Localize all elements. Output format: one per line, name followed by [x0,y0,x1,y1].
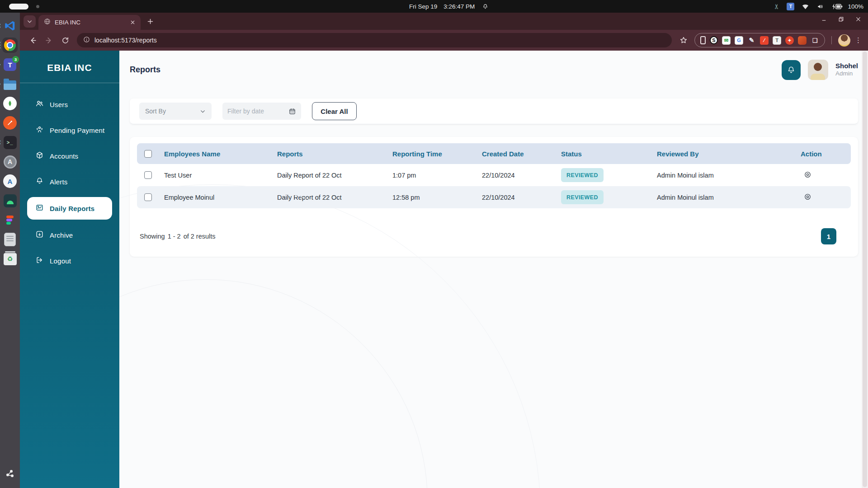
browser-menu-icon[interactable]: ⋮ [855,36,862,44]
speech-bubble-extension-icon[interactable]: S [710,36,718,44]
dock-item-files[interactable] [2,76,18,92]
browser-tab-active[interactable]: EBIA INC [38,15,141,30]
dock-item-trash[interactable]: ♻ [2,251,18,267]
desktop-screen: Fri Sep 19 3:26:47 PM ✂ T 100% [0,0,868,488]
file-manager-icon [4,80,16,90]
employee-name: Employee Moinul [159,194,272,201]
battery-charging-icon [831,3,843,10]
system-tray[interactable]: ✂ T 100% [774,0,863,13]
sidebar-item-daily-reports[interactable]: Daily Reports [27,197,112,220]
clear-all-button[interactable]: Clear All [312,102,357,120]
col-employees-name: Employees Name [159,150,272,158]
dock-item-android[interactable] [2,193,18,208]
sort-by-select[interactable]: Sort By [139,103,212,120]
system-clock[interactable]: Fri Sep 19 3:26:47 PM [409,0,489,13]
sidebar-item-accounts[interactable]: Accounts [20,145,119,166]
sidebar-item-archive[interactable]: Archive [20,225,119,245]
mongodb-icon [3,97,17,110]
mail-extension-icon[interactable]: ✉ [722,36,731,45]
row-checkbox[interactable] [144,193,152,201]
dock-item-mongodb[interactable] [2,96,18,111]
url-bar[interactable]: localhost:5173/reports [77,33,672,47]
date-filter[interactable] [222,103,301,120]
forward-button[interactable] [42,34,55,47]
chevron-down-icon [200,108,206,114]
dock-item-teams[interactable]: T 3 [2,57,18,72]
reviewed-by: Admin Moinul islam [651,172,795,179]
clock-date: Fri Sep 19 [409,3,437,10]
date-filter-input[interactable] [227,108,288,115]
teams-notification-badge: 3 [12,56,19,63]
page-viewport: EBIA INC Users Pe [20,51,868,488]
dock-item-figma[interactable] [2,212,18,228]
pagination-page-1[interactable]: 1 [821,228,836,244]
eye-icon [803,170,812,179]
fox-extension-icon[interactable] [798,36,807,45]
text-doc-extension-icon[interactable]: T [773,36,781,45]
sidebar-item-label: Users [50,101,68,108]
mobile-view-extension-icon[interactable] [700,36,706,44]
select-all-checkbox[interactable] [144,150,152,158]
sidebar-item-pending-payment[interactable]: Pending Payment [20,120,119,141]
pen-extension-icon[interactable]: ✎ [747,36,756,45]
dock-item-notes[interactable] [2,232,18,247]
sidebar-item-logout[interactable]: Logout [20,250,119,271]
dock-item-vscode[interactable] [2,18,18,33]
dock-item-postman[interactable] [2,115,18,131]
app-dock: T 3 >_ A [0,13,20,488]
table-row: Test User Daily Report of 22 Oct 1:07 pm… [137,164,851,186]
col-action: Action [795,150,851,158]
sidebar-item-users[interactable]: Users [20,94,119,115]
adblock-extension-icon[interactable]: ✦ [785,36,794,45]
view-report-button[interactable] [803,192,812,201]
view-report-button[interactable] [803,170,812,179]
daily-reports-icon [35,203,44,213]
reporting-time: 1:07 pm [387,172,476,179]
pending-payment-icon [35,125,44,135]
reload-button[interactable] [59,34,71,47]
tab-close-icon[interactable] [128,18,137,27]
battery-percentage: 100% [848,3,863,10]
site-info-icon[interactable] [83,36,90,45]
translate-extension-icon[interactable]: G [735,36,743,45]
alerts-bell-icon [35,177,44,187]
brand-title: EBIA INC [20,51,119,83]
user-avatar[interactable] [808,60,828,80]
browser-profile-avatar[interactable] [838,34,850,47]
window-close-button[interactable] [854,15,862,23]
window-minimize-button[interactable] [820,15,827,23]
created-date: 22/10/2024 [476,194,556,201]
terminal-icon: >_ [4,136,17,149]
activities-indicator[interactable] [9,4,28,9]
share-grid-icon [5,468,15,480]
status-badge: REVIEWED [561,190,604,204]
col-reporting-time: Reporting Time [387,150,476,158]
sidebar-item-alerts[interactable]: Alerts [20,171,119,192]
report-title: Daily Report of 22 Oct [272,194,387,201]
app-sidebar: EBIA INC Users Pe [20,51,119,488]
extensions-bar: S ✉ G ✎ ⁄ T ✦ ❑ [694,33,825,47]
window-restore-button[interactable] [837,15,844,23]
new-tab-button[interactable] [144,15,156,27]
dock-item-terminal[interactable]: >_ [2,135,18,150]
col-created-date: Created Date [476,150,556,158]
bookmark-star-icon[interactable] [677,34,690,47]
row-checkbox[interactable] [144,171,152,179]
page-title: Reports [130,65,160,75]
browser-window: EBIA INC [20,13,868,488]
tab-search-button[interactable] [24,15,36,28]
reports-table-card: Employees Name Reports Reporting Time Cr… [130,137,858,257]
back-button[interactable] [26,34,39,47]
dock-item-app-a[interactable]: A [2,154,18,169]
teams-icon: T 3 [4,58,16,71]
red-extension-icon[interactable]: ⁄ [760,36,769,45]
show-apps-button[interactable] [2,466,18,482]
input-method-icon: T [787,3,794,10]
extensions-puzzle-icon[interactable]: ❑ [811,36,819,45]
calendar-icon [288,108,296,115]
page-scrollbar[interactable] [862,51,868,488]
workspace-dot [36,5,39,8]
notifications-button[interactable] [782,60,801,80]
dock-item-app-b[interactable]: A [2,174,18,189]
dock-item-chrome[interactable] [2,38,18,53]
